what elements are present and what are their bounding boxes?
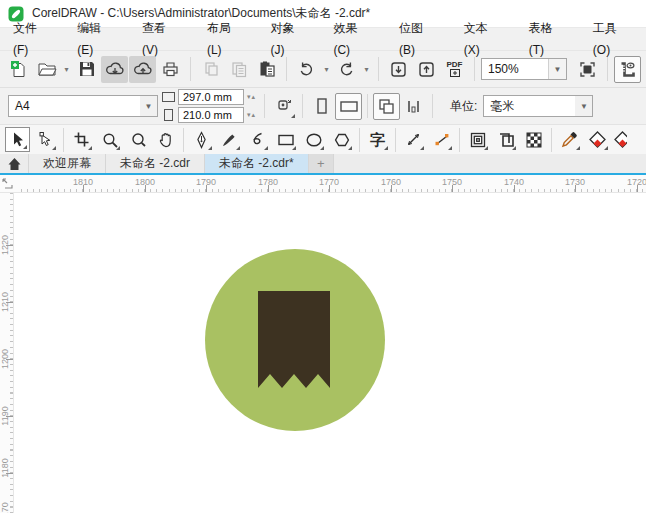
- show-rulers-button[interactable]: [614, 56, 641, 83]
- pick-tool[interactable]: [5, 127, 30, 152]
- redo-dropdown-caret[interactable]: ▾: [361, 65, 372, 74]
- separator: [551, 128, 552, 152]
- save-button[interactable]: [73, 56, 100, 83]
- new-tab-button[interactable]: +: [309, 154, 334, 173]
- landscape-button[interactable]: [335, 93, 362, 120]
- separator: [432, 94, 433, 118]
- zoom-out-tool[interactable]: [125, 127, 150, 152]
- connector-tool[interactable]: [429, 127, 454, 152]
- separator: [286, 57, 287, 81]
- shape-tool[interactable]: [33, 127, 58, 152]
- autofit-page-button[interactable]: [270, 93, 297, 120]
- cut-button[interactable]: [197, 56, 224, 83]
- portrait-button[interactable]: [308, 93, 335, 120]
- vruler-label: 1180: [0, 453, 11, 483]
- separator: [459, 128, 460, 152]
- separator: [395, 128, 396, 152]
- pen-tool[interactable]: [189, 127, 214, 152]
- menu-item-4[interactable]: 对象(J): [257, 17, 320, 61]
- separator: [359, 128, 360, 152]
- page-size-combo[interactable]: A4 ▼: [8, 95, 158, 117]
- transparency-tool[interactable]: [521, 127, 546, 152]
- current-page-button[interactable]: [400, 93, 427, 120]
- vertical-ruler[interactable]: 122012101200119011801170: [0, 193, 14, 513]
- zoom-level-combo[interactable]: 150% ▼: [481, 58, 567, 80]
- tab-document-1[interactable]: 未命名 -2.cdr: [106, 154, 205, 173]
- vruler-label: 1220: [0, 230, 11, 260]
- smart-fill-tool[interactable]: [613, 127, 627, 152]
- menu-item-2[interactable]: 查看(V): [129, 17, 194, 61]
- bookmark-ribbon-shape[interactable]: [258, 291, 330, 389]
- open-button[interactable]: [33, 56, 60, 83]
- dimension-tool[interactable]: [401, 127, 426, 152]
- new-document-button[interactable]: [5, 56, 32, 83]
- tab-welcome-screen[interactable]: 欢迎屏幕: [29, 154, 106, 173]
- contour-tool[interactable]: [465, 127, 490, 152]
- coreldraw-window: CorelDRAW - C:\Users\Administrator\Docum…: [0, 0, 646, 513]
- pan-tool[interactable]: [153, 127, 178, 152]
- property-bar: A4 ▼ 297.0 mm ▾▴ 210.0 mm ▾▴: [0, 87, 646, 124]
- freehand-curve-tool[interactable]: [245, 127, 270, 152]
- all-pages-button[interactable]: [373, 93, 400, 120]
- publish-pdf-button[interactable]: PDF: [441, 56, 468, 83]
- print-button[interactable]: [157, 56, 184, 83]
- units-caret: ▼: [575, 96, 592, 116]
- undo-button[interactable]: [293, 56, 320, 83]
- page-height-icon: [162, 109, 175, 121]
- units-label: 单位:: [450, 98, 477, 115]
- vruler-label: 1210: [0, 287, 11, 317]
- redo-button[interactable]: [333, 56, 360, 83]
- hruler-label: 1770: [319, 177, 339, 187]
- page-height-field[interactable]: 210.0 mm: [178, 107, 244, 123]
- page-height-spinner[interactable]: ▾▴: [247, 111, 255, 119]
- zoom-dropdown-caret[interactable]: ▼: [548, 59, 566, 79]
- separator: [607, 57, 608, 81]
- text-tool[interactable]: 字: [365, 127, 390, 152]
- drawing-canvas[interactable]: [14, 193, 646, 513]
- hruler-label: 1720: [627, 177, 646, 187]
- eyedropper-tool[interactable]: [557, 127, 582, 152]
- page-width-spinner[interactable]: ▾▴: [247, 93, 255, 101]
- hruler-label: 1760: [381, 177, 401, 187]
- import-button[interactable]: [385, 56, 412, 83]
- vruler-label: 1200: [0, 344, 11, 374]
- zoom-in-tool[interactable]: [97, 127, 122, 152]
- polygon-tool[interactable]: [329, 127, 354, 152]
- units-combo[interactable]: 毫米 ▼: [483, 95, 593, 117]
- rectangle-tool[interactable]: [273, 127, 298, 152]
- fullscreen-preview-button[interactable]: [574, 56, 601, 83]
- menu-item-9[interactable]: 工具(O): [580, 17, 646, 61]
- brush-tool[interactable]: [217, 127, 242, 152]
- drop-shadow-tool[interactable]: [493, 127, 518, 152]
- open-dropdown-caret[interactable]: ▾: [61, 65, 72, 74]
- menu-item-6[interactable]: 位图(B): [386, 17, 451, 61]
- menu-item-1[interactable]: 编辑(E): [64, 17, 129, 61]
- menu-item-7[interactable]: 文本(X): [451, 17, 516, 61]
- paste-button[interactable]: [253, 56, 280, 83]
- separator: [63, 128, 64, 152]
- separator: [474, 57, 475, 81]
- ruler-origin-icon[interactable]: [1, 177, 15, 191]
- copy-button[interactable]: [225, 56, 252, 83]
- cloud-upload-button[interactable]: [129, 56, 156, 83]
- page-width-icon: [162, 92, 175, 102]
- crop-tool[interactable]: [69, 127, 94, 152]
- ellipse-tool[interactable]: [301, 127, 326, 152]
- menu-item-8[interactable]: 表格(T): [516, 17, 580, 61]
- welcome-home-tab[interactable]: [0, 154, 29, 173]
- menu-item-5[interactable]: 效果(C): [320, 17, 386, 61]
- vruler-label: 1170: [0, 497, 11, 513]
- tab-document-2-active[interactable]: 未命名 -2.cdr*: [205, 154, 309, 173]
- menu-item-0[interactable]: 文件(F): [0, 17, 64, 61]
- horizontal-ruler[interactable]: 1810180017901780177017601750174017301720: [0, 175, 646, 193]
- undo-dropdown-caret[interactable]: ▾: [321, 65, 332, 74]
- cloud-download-button[interactable]: [101, 56, 128, 83]
- export-button[interactable]: [413, 56, 440, 83]
- work-area: 122012101200119011801170: [0, 193, 646, 513]
- hruler-label: 1750: [442, 177, 462, 187]
- interactive-fill-tool[interactable]: [585, 127, 610, 152]
- separator: [190, 57, 191, 81]
- page-width-field[interactable]: 297.0 mm: [178, 89, 244, 105]
- menu-item-3[interactable]: 布局(L): [194, 17, 258, 61]
- hruler-label: 1810: [73, 177, 93, 187]
